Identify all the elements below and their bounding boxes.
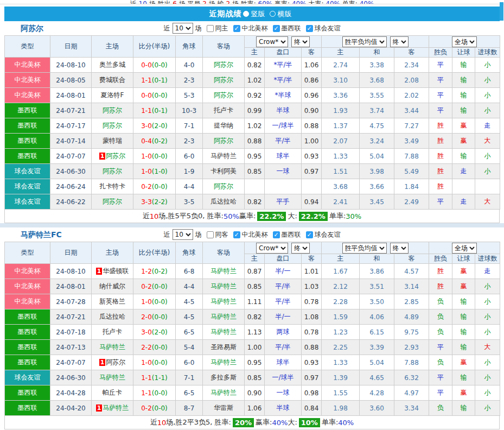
league-filter-checkbox-0[interactable]: ✓ (233, 231, 240, 238)
halftime-score: (0-1) (152, 77, 168, 84)
scrollbar-thumb[interactable] (500, 2, 503, 21)
result-cell: 胜 (429, 264, 452, 279)
text-segment: 2 (226, 0, 230, 4)
fulltime-score: 1-0 (141, 359, 152, 366)
goals-result-cell: 小 (475, 88, 500, 103)
odds-period-select[interactable]: 终 (291, 36, 310, 47)
date-cell: 24-08-01 (50, 279, 92, 294)
match-row: 墨西联24-07-13马萨特兰2-2(0-0)5-4圣路易斯1.00平/半0.8… (5, 340, 500, 355)
league-filter-checkbox-2[interactable]: ✓ (306, 25, 313, 32)
away-team-cell: 马萨特兰 (203, 309, 245, 325)
league-type-cell: 墨西联 (5, 325, 50, 340)
handicap-cell: *平/半 (265, 73, 302, 88)
handicap-result-cell: 输 (452, 325, 475, 340)
handicap-result-cell: 赢 (452, 118, 475, 134)
home-team-cell: 奥兰多城 (92, 58, 133, 73)
home-avg-cell: 3.68 (322, 179, 360, 194)
same-venue-label: 同客 (215, 230, 228, 239)
scope-select[interactable]: 全场 (452, 243, 477, 254)
handicap-cell: *半球 (265, 88, 302, 103)
handicap-cell: 平手 (265, 194, 302, 210)
match-count-select[interactable]: 10 (173, 229, 193, 240)
date-cell: 24-07-13 (50, 340, 92, 355)
result-cell: 负 (429, 294, 452, 309)
team-label: 阿苏尔 (214, 91, 233, 99)
home-team-cell: 新英格兰 (92, 294, 133, 309)
league-filter-checkbox-1[interactable]: ✓ (273, 231, 280, 238)
same-venue-checkbox[interactable] (207, 231, 214, 238)
column-header-1: 日期 (50, 242, 92, 264)
away-avg-cell: 7.88 (394, 355, 429, 370)
odds-period-select[interactable]: 终 (291, 243, 310, 254)
avg-source-select[interactable]: 胜平负均值 (342, 243, 387, 254)
avg-period-select[interactable]: 终 (390, 243, 409, 254)
team-label: 马萨特兰 (210, 328, 237, 336)
text-segment: 大: (288, 211, 297, 221)
away-avg-cell: 4.89 (394, 309, 429, 325)
match-row: 墨西联24-07-21阿苏尔1-1(0-1)10-3托卢卡0.99半球0.901… (5, 103, 500, 118)
summary-row: 近10场,胜5平5负0, 胜率:50% 赢率: 22.2% 大: 22.2% 单… (4, 210, 500, 223)
home-team-cell: 1华盛顿联 (92, 264, 133, 279)
column-header-5: 客场 (203, 36, 245, 58)
sub-column-header: 主 (245, 254, 265, 264)
team-label: 蒙特瑞 (103, 137, 122, 144)
text-segment: 30% (346, 212, 361, 220)
draw-avg-cell: 4.28 (360, 385, 394, 401)
away-odds-cell (302, 179, 322, 194)
home-avg-cell: 1.67 (322, 264, 360, 279)
corners-cell: 6-8 (176, 264, 203, 279)
text-segment: 60% (258, 0, 273, 4)
league-filter-checkbox-0[interactable]: ✓ (233, 25, 240, 32)
home-avg-cell: 1.59 (322, 309, 360, 325)
layout-radio-vertical[interactable] (243, 11, 249, 17)
same-venue-checkbox[interactable] (207, 25, 214, 32)
goals-result-cell: 大 (475, 340, 500, 355)
team-label: 圣路易斯 (210, 343, 237, 351)
result-cell: 平 (429, 370, 452, 385)
result-cell: 平 (429, 103, 452, 118)
odds-source-select[interactable]: Crow* (256, 243, 288, 254)
team-section: 马萨特兰FC近10场同客✓中北美杯✓墨西联✓球会友谊类型日期主场比分(半场)角球… (0, 227, 504, 429)
corners-cell: 4-5 (176, 294, 203, 309)
league-filter-checkbox-2[interactable]: ✓ (306, 231, 313, 238)
away-team-cell: 马萨特兰 (203, 264, 245, 279)
away-odds-cell: 0.98 (302, 385, 322, 401)
away-odds-cell: 0.97 (302, 164, 322, 179)
scope-select[interactable]: 全场 (452, 36, 477, 47)
league-type-cell: 球会友谊 (5, 370, 50, 385)
away-odds-cell: 0.84 (302, 401, 322, 416)
team-label: 阿苏尔 (214, 182, 233, 190)
handicap-cell: 半球 (265, 103, 302, 118)
match-count-select[interactable]: 10 (173, 23, 193, 34)
text-segment: 10 (157, 419, 167, 427)
home-odds-cell: 0.88 (245, 134, 265, 149)
handicap-result-cell: 输 (452, 103, 475, 118)
handicap-cell: 一球 (265, 164, 302, 179)
home-team-cell: 阿苏尔 (92, 194, 133, 210)
handicap-cell: 一/球半 (265, 370, 302, 385)
league-type-cell: 中北美杯 (5, 88, 50, 103)
away-odds-cell: 1.03 (302, 279, 322, 294)
avg-source-select[interactable]: 胜平负均值 (342, 36, 387, 47)
sub-column-header: 客 (302, 48, 322, 58)
text-segment: 10 (150, 212, 159, 220)
league-type-cell: 球会友谊 (5, 164, 50, 179)
corners-cell: 4-4 (176, 279, 203, 294)
home-avg-cell: 2.74 (322, 58, 360, 73)
sub-column-header: 客 (394, 48, 429, 58)
sub-column-header: 进球数 (475, 254, 500, 264)
draw-avg-cell: 4.06 (360, 309, 394, 325)
team-label: 纳什威尔 (99, 282, 125, 290)
text-segment: 场 平局 (177, 0, 202, 4)
odds-source-select[interactable]: Crow* (256, 36, 288, 47)
avg-period-select[interactable]: 终 (390, 36, 409, 47)
red-card-marker: 1 (96, 404, 103, 412)
league-filter-checkbox-1[interactable]: ✓ (273, 25, 280, 32)
layout-radio-horizontal[interactable] (270, 11, 276, 17)
sub-column-header: 胜负 (429, 254, 452, 264)
fulltime-score: 1-1 (141, 107, 152, 115)
score-cell: 1-0(0-0) (133, 294, 176, 309)
away-avg-cell: 2.49 (394, 194, 429, 210)
fulltime-score: 1-0 (141, 153, 152, 160)
goals-result-cell: 小 (475, 58, 500, 73)
